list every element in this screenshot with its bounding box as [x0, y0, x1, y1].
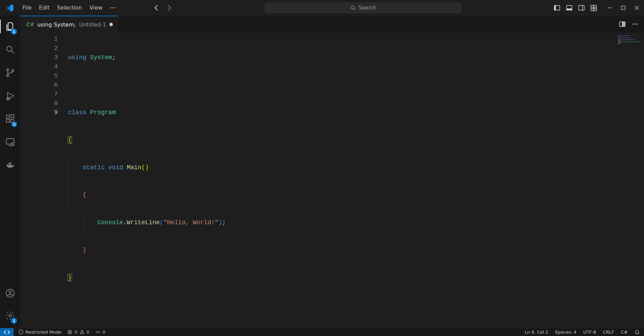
minimap[interactable]	[613, 33, 644, 328]
line-number: 3	[20, 53, 58, 62]
search-input[interactable]: Search	[265, 3, 462, 13]
status-notifications[interactable]	[634, 330, 640, 335]
svg-rect-16	[622, 6, 625, 10]
line-number: 1	[20, 35, 58, 44]
svg-rect-27	[6, 115, 10, 118]
svg-rect-9	[579, 5, 584, 10]
debug-icon	[5, 91, 15, 101]
minimap-content	[618, 35, 640, 44]
title-bar: File Edit Selection View Search	[0, 0, 644, 16]
svg-rect-8	[567, 8, 572, 10]
main-area: 1 1	[0, 16, 644, 328]
editor-body[interactable]: 1 2 3 4 5 6 7 8 9 using System; class Pr…	[20, 33, 644, 328]
svg-point-21	[7, 69, 9, 71]
status-encoding[interactable]: UTF-8	[583, 330, 596, 335]
svg-point-22	[7, 75, 9, 77]
svg-rect-36	[7, 164, 8, 166]
nav-forward-icon[interactable]	[166, 4, 173, 12]
customize-layout-icon[interactable]	[590, 4, 597, 11]
docker-icon	[5, 160, 15, 170]
code-area[interactable]: using System; class Program { static voi…	[68, 33, 613, 328]
activity-extensions[interactable]	[2, 112, 18, 126]
minimize-icon[interactable]	[607, 5, 612, 10]
svg-line-4	[354, 8, 355, 10]
activity-remote-explorer[interactable]	[2, 135, 18, 149]
tab-untitled-1[interactable]: C# using System; Untitled-1	[20, 16, 118, 33]
menu-file[interactable]: File	[19, 2, 35, 13]
status-eol[interactable]: CRLF	[603, 330, 614, 335]
search-icon	[5, 45, 15, 55]
activity-accounts[interactable]	[2, 286, 18, 300]
csharp-icon: C#	[26, 21, 34, 28]
nav-arrows	[153, 4, 173, 12]
activity-search[interactable]	[2, 43, 18, 56]
more-actions-icon[interactable]	[632, 21, 639, 28]
activity-manage[interactable]: 1	[2, 309, 18, 322]
activity-docker[interactable]	[2, 158, 18, 172]
status-problems[interactable]: 0 0	[67, 330, 89, 335]
maximize-icon[interactable]	[621, 5, 626, 10]
layout-buttons	[554, 4, 597, 11]
nav-back-icon[interactable]	[153, 4, 160, 12]
toggle-primary-sidebar-icon[interactable]	[554, 4, 560, 11]
status-restricted-mode[interactable]: Restricted Mode	[18, 330, 61, 335]
split-editor-icon[interactable]	[619, 21, 626, 28]
radio-icon	[95, 330, 101, 335]
svg-point-49	[637, 23, 638, 25]
menu-selection[interactable]: Selection	[54, 2, 86, 13]
svg-point-0	[110, 7, 111, 8]
activity-explorer[interactable]: 1	[2, 20, 18, 33]
menu-view[interactable]: View	[86, 2, 106, 13]
svg-rect-39	[8, 163, 10, 164]
svg-point-43	[9, 314, 12, 317]
remote-indicator[interactable]	[0, 328, 14, 336]
svg-rect-12	[594, 5, 596, 7]
line-number: 4	[20, 62, 58, 71]
search-placeholder: Search	[359, 5, 376, 11]
svg-point-42	[9, 291, 12, 294]
svg-rect-28	[6, 119, 10, 122]
status-ports[interactable]: 0	[95, 330, 105, 335]
svg-rect-38	[10, 164, 12, 166]
svg-rect-40	[10, 163, 12, 164]
line-number-gutter: 1 2 3 4 5 6 7 8 9	[20, 33, 68, 328]
svg-point-55	[98, 332, 99, 333]
svg-rect-13	[591, 8, 593, 11]
editor-group: C# using System; Untitled-1 1 2 3 4	[20, 16, 644, 328]
status-language-mode[interactable]: C#	[621, 330, 628, 335]
close-icon[interactable]	[634, 5, 639, 10]
branch-icon	[5, 68, 15, 78]
tab-title: using System;	[37, 21, 76, 28]
svg-point-54	[82, 333, 82, 334]
svg-rect-46	[622, 22, 625, 26]
menu-more[interactable]	[106, 3, 119, 13]
svg-point-23	[12, 70, 14, 72]
line-number: 5	[20, 71, 58, 81]
account-icon	[5, 288, 15, 298]
shield-icon	[18, 330, 23, 335]
explorer-badge: 1	[11, 29, 17, 35]
warning-icon	[80, 330, 85, 335]
menu-edit[interactable]: Edit	[36, 2, 53, 13]
remote-explorer-icon	[5, 137, 15, 147]
svg-line-20	[12, 51, 14, 54]
svg-point-19	[7, 46, 12, 51]
tabs-row: C# using System; Untitled-1	[20, 16, 644, 33]
status-cursor-position[interactable]: Ln 9, Col 2	[525, 330, 548, 335]
vscode-logo	[3, 3, 16, 12]
svg-rect-14	[594, 8, 596, 11]
activity-source-control[interactable]	[2, 66, 18, 79]
toggle-panel-icon[interactable]	[566, 4, 573, 11]
dirty-indicator-icon	[109, 23, 113, 26]
window-controls	[607, 5, 639, 10]
svg-point-2	[115, 7, 116, 8]
activity-run-debug[interactable]	[2, 89, 18, 103]
toggle-secondary-sidebar-icon[interactable]	[578, 4, 585, 11]
tab-subtitle: Untitled-1	[79, 21, 106, 28]
svg-point-1	[112, 7, 114, 8]
activity-bar: 1 1	[0, 16, 20, 328]
status-indentation[interactable]: Spaces: 4	[555, 330, 576, 335]
svg-rect-37	[8, 164, 10, 166]
bell-icon	[634, 330, 640, 335]
line-number: 9	[20, 108, 58, 117]
